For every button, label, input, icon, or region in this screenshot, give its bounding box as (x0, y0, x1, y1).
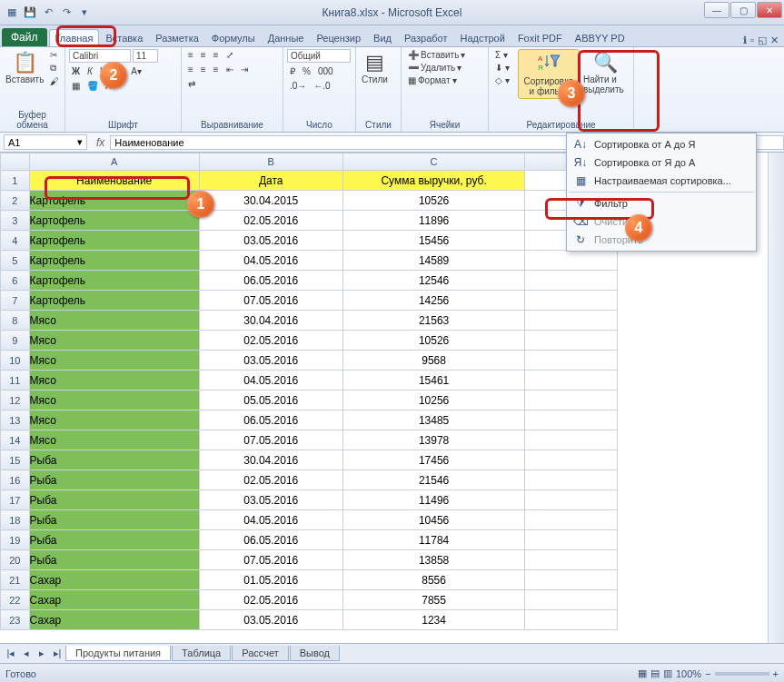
cell[interactable]: 02.05.2016 (199, 331, 342, 351)
row-header[interactable]: 9 (1, 331, 30, 351)
zoom-in-icon[interactable]: + (773, 668, 779, 679)
view-break-icon[interactable]: ▥ (663, 667, 672, 679)
sheet-tab[interactable]: Таблица (172, 646, 231, 661)
cell[interactable] (525, 371, 618, 390)
row-header[interactable]: 12 (1, 390, 30, 410)
header-cell[interactable]: Дата (199, 171, 342, 191)
find-button[interactable]: 🔍 Найти и выделить (581, 49, 630, 96)
name-box[interactable]: A1▾ (4, 134, 87, 150)
row-header[interactable]: 4 (1, 231, 30, 251)
cell[interactable] (525, 590, 618, 610)
tab-abbyy[interactable]: ABBYY PD (569, 29, 631, 46)
row-header[interactable]: 16 (1, 470, 30, 490)
menu-custom-sort[interactable]: ▦Настраиваемая сортировка... (569, 172, 754, 190)
percent-icon[interactable]: % (300, 65, 313, 77)
cell[interactable]: 30.04.2016 (199, 450, 342, 470)
cell[interactable]: 02.05.2016 (199, 211, 342, 231)
qat-dropdown-icon[interactable]: ▾ (76, 5, 93, 21)
row-header[interactable]: 22 (1, 590, 30, 610)
merge-icon[interactable]: ⇄ (185, 78, 198, 90)
view-normal-icon[interactable]: ▦ (638, 667, 647, 679)
row-header[interactable]: 10 (1, 351, 30, 371)
cell[interactable]: Мясо (29, 410, 199, 430)
row-header[interactable]: 23 (1, 610, 30, 630)
menu-filter[interactable]: ⧩Фильтр (569, 194, 754, 213)
cut-icon[interactable]: ✂ (47, 49, 62, 61)
tab-file[interactable]: Файл (2, 28, 47, 46)
sheet-tab[interactable]: Рассчет (232, 646, 289, 661)
cell[interactable]: 15456 (342, 231, 525, 251)
cell[interactable]: 06.05.2016 (199, 410, 342, 430)
cell[interactable]: 10456 (342, 510, 525, 530)
cell[interactable] (525, 271, 618, 291)
tab-insert[interactable]: Вставка (99, 29, 149, 46)
cell[interactable]: 03.05.2016 (199, 351, 342, 371)
cell[interactable]: 15461 (342, 371, 525, 390)
select-all-corner[interactable] (1, 153, 30, 171)
cell[interactable]: 11784 (342, 530, 525, 550)
cell[interactable] (525, 390, 618, 410)
cell[interactable]: Мясо (29, 351, 199, 371)
cell[interactable]: 30.04.2015 (199, 191, 342, 211)
bold-icon[interactable]: Ж (69, 65, 83, 77)
font-name-select[interactable]: Calibri (69, 49, 131, 63)
cell[interactable]: 02.05.2016 (199, 470, 342, 490)
row-header[interactable]: 3 (1, 211, 30, 231)
cell[interactable]: 04.05.2016 (199, 510, 342, 530)
cell[interactable]: 10526 (342, 191, 525, 211)
border-icon[interactable]: ▦ (69, 80, 83, 92)
cell[interactable] (525, 410, 618, 430)
cell[interactable]: Рыба (29, 550, 199, 570)
minimize-button[interactable]: — (704, 2, 729, 18)
row-header[interactable]: 14 (1, 430, 30, 450)
cell[interactable]: Картофель (29, 211, 199, 231)
insert-cells-button[interactable]: ➕ Вставить ▾ (405, 49, 468, 61)
fx-icon[interactable]: fx (91, 136, 110, 149)
doc-restore-icon[interactable]: ◱ (758, 35, 767, 46)
namebox-dropdown-icon[interactable]: ▾ (77, 136, 83, 148)
format-painter-icon[interactable]: 🖌 (47, 75, 62, 87)
header-cell[interactable]: Наименование (29, 171, 199, 191)
cell[interactable]: 03.05.2016 (199, 231, 342, 251)
row-header[interactable]: 2 (1, 191, 30, 211)
tab-formulas[interactable]: Формулы (205, 29, 262, 46)
row-header[interactable]: 8 (1, 311, 30, 331)
cell[interactable]: Мясо (29, 311, 199, 331)
cell[interactable]: 06.05.2016 (199, 271, 342, 291)
cell[interactable]: Картофель (29, 271, 199, 291)
zoom-out-icon[interactable]: − (705, 668, 710, 679)
increase-decimal-icon[interactable]: .0→ (287, 80, 309, 92)
row-header[interactable]: 1 (1, 171, 30, 191)
vertical-scrollbar[interactable] (768, 153, 784, 643)
row-header[interactable]: 20 (1, 550, 30, 570)
cell[interactable] (525, 251, 618, 271)
ribbon-min-icon[interactable]: ▫ (750, 35, 754, 46)
col-header-a[interactable]: A (29, 153, 199, 171)
cell[interactable]: 10526 (342, 331, 525, 351)
doc-close-icon[interactable]: ✕ (770, 35, 779, 46)
cell[interactable]: Мясо (29, 390, 199, 410)
fill-color-icon[interactable]: 🪣 (84, 80, 101, 92)
orientation-icon[interactable]: ⤢ (223, 49, 236, 61)
help-icon[interactable]: ℹ (743, 35, 747, 46)
shrink-font-icon[interactable]: A▾ (128, 65, 144, 77)
view-layout-icon[interactable]: ▤ (650, 667, 660, 679)
cell[interactable]: 13858 (342, 550, 525, 570)
undo-icon[interactable]: ↶ (40, 5, 56, 21)
sheet-nav-prev-icon[interactable]: ◂ (19, 647, 34, 659)
row-header[interactable]: 15 (1, 450, 30, 470)
styles-button[interactable]: ▤ Стили (360, 49, 390, 86)
row-header[interactable]: 6 (1, 271, 30, 291)
cell[interactable]: Картофель (29, 291, 199, 311)
cell[interactable]: Сахар (29, 570, 199, 590)
row-header[interactable]: 11 (1, 371, 30, 390)
tab-data[interactable]: Данные (262, 29, 311, 46)
align-middle-icon[interactable]: ≡ (198, 49, 209, 61)
tab-layout[interactable]: Разметка (149, 29, 205, 46)
cell[interactable]: 21546 (342, 470, 525, 490)
cell[interactable]: 01.05.2016 (199, 570, 342, 590)
align-right-icon[interactable]: ≡ (211, 64, 222, 75)
cell[interactable] (525, 311, 618, 331)
menu-sort-az[interactable]: А↓Сортировка от А до Я (569, 135, 754, 153)
cell[interactable]: 30.04.2016 (199, 311, 342, 331)
